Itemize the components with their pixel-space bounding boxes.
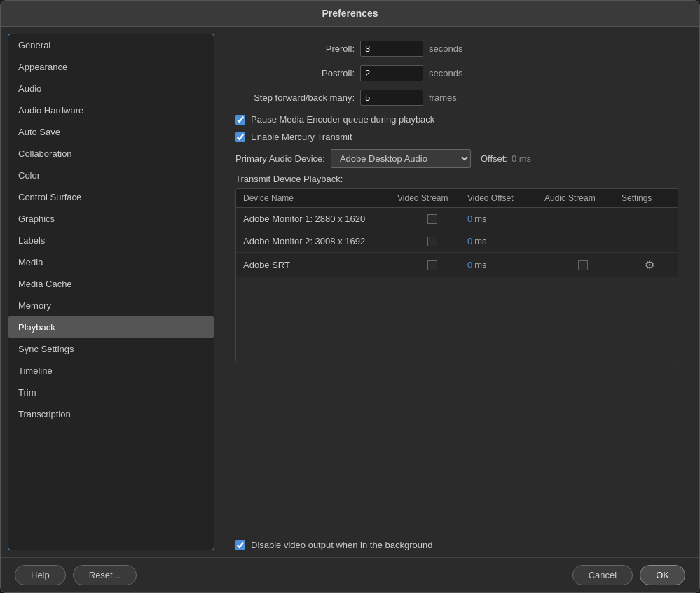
pause-media-encoder-row: Pause Media Encoder queue during playbac… [228,114,685,125]
sidebar-item-audio-hardware[interactable]: Audio Hardware [8,99,214,121]
sidebar-item-auto-save[interactable]: Auto Save [8,121,214,143]
transmit-section-label: Transmit Device Playback: [228,174,685,184]
postroll-unit: seconds [429,68,462,78]
reset-button[interactable]: Reset... [73,565,137,585]
device-name-2: Adobe Monitor 2: 3008 x 1692 [243,236,397,246]
sidebar-item-collaboration[interactable]: Collaboration [8,143,214,165]
audio-stream-checkbox-3[interactable] [578,260,588,270]
primary-audio-row: Primary Audio Device: Adobe Desktop Audi… [228,149,685,168]
sidebar-item-sync-settings[interactable]: Sync Settings [8,338,214,360]
sidebar-item-general[interactable]: General [8,34,214,56]
offset-blue-1: 0 [467,214,472,224]
enable-mercury-transmit-checkbox[interactable] [235,132,245,142]
offset-blue-3: 0 [467,260,472,270]
table-row: Adobe SRT 0 ms ⚙ [236,253,678,277]
cancel-button[interactable]: Cancel [572,565,633,585]
offset-value: 0 ms [512,153,531,164]
offset-label: Offset: [481,153,507,164]
sidebar-item-memory[interactable]: Memory [8,295,214,316]
offset-ms-2: ms [474,236,486,246]
col-video-stream: Video Stream [397,193,467,203]
table-header: Device Name Video Stream Video Offset Au… [236,189,678,208]
sidebar: GeneralAppearanceAudioAudio HardwareAuto… [8,34,214,550]
video-stream-checkbox-1[interactable] [427,214,437,224]
sidebar-item-trim[interactable]: Trim [8,382,214,403]
table-body: Adobe Monitor 1: 2880 x 1620 0 ms [236,208,678,277]
device-name-1: Adobe Monitor 1: 2880 x 1620 [243,214,397,224]
disable-video-output-label: Disable video output when in the backgro… [251,540,432,550]
audio-stream-3[interactable] [544,260,622,270]
pause-media-encoder-checkbox[interactable] [235,115,245,125]
pause-media-encoder-label: Pause Media Encoder queue during playbac… [251,114,434,125]
video-stream-3[interactable] [397,260,467,270]
col-settings: Settings [622,193,678,203]
offset-ms-3: ms [474,260,486,270]
sidebar-item-audio[interactable]: Audio [8,78,214,99]
enable-mercury-transmit-label: Enable Mercury Transmit [251,132,352,142]
device-name-3: Adobe SRT [243,260,397,270]
sidebar-item-media-cache[interactable]: Media Cache [8,273,214,295]
table-row: Adobe Monitor 1: 2880 x 1620 0 ms [236,208,678,230]
video-offset-3: 0 ms [467,260,544,270]
step-unit: frames [429,92,457,103]
sidebar-item-graphics[interactable]: Graphics [8,208,214,230]
sidebar-item-appearance[interactable]: Appearance [8,56,214,78]
col-audio-stream: Audio Stream [544,193,622,203]
col-video-offset: Video Offset [467,193,544,203]
video-offset-1: 0 ms [467,214,544,224]
sidebar-item-playback[interactable]: Playback [8,316,214,338]
gear-icon[interactable]: ⚙ [645,258,654,272]
ok-button[interactable]: OK [640,565,685,585]
footer: Help Reset... Cancel OK [1,557,699,592]
footer-left: Help Reset... [15,565,137,585]
enable-mercury-transmit-row: Enable Mercury Transmit [228,132,685,142]
video-stream-checkbox-3[interactable] [427,260,437,270]
main-panel: Preroll: seconds Postroll: seconds Step … [214,27,699,557]
primary-audio-device-label: Primary Audio Device: [235,153,325,164]
primary-audio-device-select[interactable]: Adobe Desktop Audio [331,149,471,168]
video-stream-1[interactable] [397,214,467,224]
sidebar-item-color[interactable]: Color [8,165,214,186]
help-button[interactable]: Help [15,565,66,585]
postroll-input[interactable] [360,65,423,81]
step-label: Step forward/back many: [228,92,355,103]
postroll-row: Postroll: seconds [228,65,685,81]
preroll-row: Preroll: seconds [228,41,685,57]
sidebar-item-control-surface[interactable]: Control Surface [8,186,214,208]
offset-blue-2: 0 [467,236,472,246]
footer-right: Cancel OK [572,565,685,585]
sidebar-item-timeline[interactable]: Timeline [8,360,214,382]
step-row: Step forward/back many: frames [228,90,685,106]
video-stream-checkbox-2[interactable] [427,237,437,246]
step-input[interactable] [360,90,423,106]
content-area: GeneralAppearanceAudioAudio HardwareAuto… [1,27,699,557]
video-stream-2[interactable] [397,237,467,246]
disable-video-output-checkbox[interactable] [235,540,245,550]
transmit-table: Device Name Video Stream Video Offset Au… [235,188,678,361]
preroll-unit: seconds [429,43,462,54]
sidebar-item-media[interactable]: Media [8,251,214,273]
col-device-name: Device Name [243,193,397,203]
table-row: Adobe Monitor 2: 3008 x 1692 0 ms [236,230,678,253]
dialog-title: Preferences [1,1,699,27]
settings-3[interactable]: ⚙ [622,258,678,272]
preferences-dialog: Preferences GeneralAppearanceAudioAudio … [0,0,700,593]
preroll-label: Preroll: [228,43,355,54]
disable-video-output-row: Disable video output when in the backgro… [228,533,685,550]
offset-ms-1: ms [474,214,486,224]
sidebar-item-labels[interactable]: Labels [8,230,214,251]
sidebar-item-transcription[interactable]: Transcription [8,403,214,425]
video-offset-2: 0 ms [467,236,544,246]
postroll-label: Postroll: [228,68,355,78]
preroll-input[interactable] [360,41,423,57]
